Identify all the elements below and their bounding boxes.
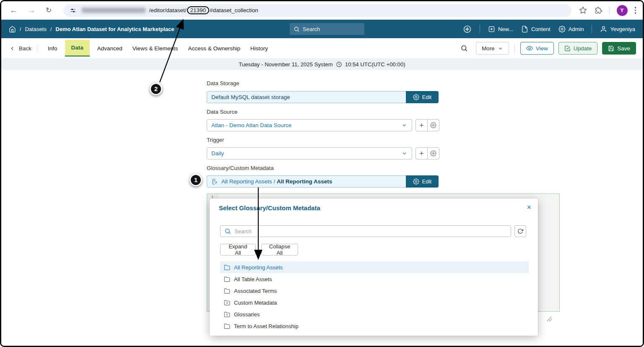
back-label: Back	[19, 45, 31, 52]
tree-item-all-reporting-assets[interactable]: All Reporting Assets	[220, 261, 529, 273]
gear-icon	[413, 94, 419, 100]
extensions-icon[interactable]	[594, 6, 602, 14]
folder-icon	[224, 288, 230, 294]
new-menu-button[interactable]: New...	[488, 26, 513, 33]
global-search-input[interactable]	[303, 26, 353, 32]
content-icon	[521, 26, 528, 33]
back-button[interactable]: Back	[10, 45, 31, 52]
folder-icon	[224, 276, 230, 282]
modal-title: Select Glossary/Custom Metadata	[219, 204, 320, 211]
tree-item-glossaries[interactable]: Glossaries	[220, 308, 529, 320]
trigger-add-button[interactable]	[415, 147, 428, 159]
tab-data[interactable]: Data	[65, 40, 90, 57]
user-menu-button[interactable]: Yevgeniya	[600, 26, 635, 33]
expand-all-button[interactable]: Expand All	[220, 244, 256, 256]
toolbar-divider	[37, 44, 37, 52]
breadcrumb-datasets-link[interactable]: Datasets	[25, 26, 47, 32]
tab-access-ownership[interactable]: Access & Ownership	[183, 40, 245, 57]
global-search[interactable]	[290, 23, 364, 35]
refresh-button[interactable]	[514, 225, 526, 237]
new-menu-label: New...	[498, 26, 513, 32]
whats-new-icon[interactable]	[463, 25, 472, 34]
site-info-icon[interactable]	[69, 7, 77, 14]
data-storage-value: Default MySQL dataset storage	[211, 94, 290, 100]
tree-item-label: Custom Metadata	[234, 300, 277, 306]
modal-search[interactable]	[220, 225, 511, 237]
chevron-down-icon	[498, 46, 503, 51]
browser-chrome: ← → ↻ /editor/dataset/21390#dataset_coll…	[1, 1, 643, 20]
system-datetime-bar: Tuesday - November 11, 2025 System 10:54…	[1, 58, 643, 70]
data-source-add-button[interactable]	[415, 119, 428, 131]
update-label: Update	[574, 45, 592, 52]
tree-item-label: Associated Terms	[234, 288, 277, 294]
glossary-field[interactable]: All Reporting Assets / All Reporting Ass…	[207, 175, 406, 188]
tree-item-label: Term to Asset Relationship	[234, 323, 299, 329]
tab-advanced[interactable]: Advanced	[92, 40, 127, 57]
system-date: Tuesday - November 11, 2025 System	[239, 61, 332, 68]
content-menu-button[interactable]: Content	[521, 26, 551, 33]
update-button[interactable]: Update	[558, 42, 598, 55]
chevron-down-icon	[401, 150, 408, 157]
glossary-label: Glossary/Custom Metadata	[207, 165, 274, 171]
data-storage-field: Default MySQL dataset storage	[207, 91, 406, 103]
view-label: View	[536, 45, 548, 52]
glossary-link-path: All Reporting Assets /	[221, 178, 277, 185]
tab-views-elements[interactable]: Views & Elements	[127, 40, 183, 57]
editor-tabs: Info Data Advanced Views & Elements Acce…	[43, 40, 273, 57]
search-icon	[224, 228, 231, 235]
trigger-label: Trigger	[207, 137, 224, 143]
home-icon[interactable]	[9, 26, 16, 33]
edit-label: Edit	[422, 94, 431, 100]
resize-handle[interactable]	[546, 316, 553, 322]
data-storage-edit-button[interactable]: Edit	[406, 91, 439, 103]
edit-label: Edit	[422, 178, 431, 185]
blurred-domain	[82, 8, 145, 13]
header-divider	[592, 25, 592, 33]
folder-icon	[224, 264, 230, 271]
tree-item-associated-terms[interactable]: Associated Terms	[220, 285, 529, 297]
browser-refresh-icon[interactable]: ↻	[46, 7, 52, 14]
tree-item-term-to-asset-relationship[interactable]: Term to Asset Relationship	[220, 320, 529, 332]
tree-item-label: All Table Assets	[234, 276, 272, 282]
tree-item-all-table-assets[interactable]: All Table Assets	[220, 273, 529, 285]
bookmark-star-icon[interactable]	[579, 6, 587, 14]
tree-item-label: Glossaries	[234, 311, 260, 318]
data-source-select[interactable]: Atlan - Demo Atlan Data Source	[207, 119, 412, 131]
admin-menu-button[interactable]: Admin	[558, 26, 584, 33]
browser-menu-icon[interactable]	[635, 7, 636, 14]
app-header: / Datasets / Demo Atlan Dataset for Anal…	[1, 20, 643, 38]
plus-icon	[418, 122, 425, 128]
breadcrumb-separator: /	[50, 26, 52, 32]
breadcrumb: / Datasets / Demo Atlan Dataset for Anal…	[9, 26, 174, 33]
gear-icon	[413, 178, 419, 185]
tree-item-custom-metadata[interactable]: Custom Metadata	[220, 297, 529, 308]
search-icon[interactable]	[460, 44, 468, 52]
chevron-left-icon	[10, 46, 15, 51]
system-time: 10:54 UTC(UTC +00:00)	[345, 61, 405, 68]
glossary-edit-button[interactable]: Edit	[406, 175, 439, 188]
eye-icon	[526, 45, 533, 52]
browser-forward-icon[interactable]: →	[28, 6, 36, 14]
refresh-icon	[517, 228, 523, 234]
data-source-settings-button[interactable]	[427, 119, 439, 131]
view-button[interactable]: View	[520, 42, 554, 55]
browser-back-icon[interactable]: ←	[10, 6, 18, 14]
trigger-select[interactable]: Daily	[207, 147, 412, 159]
data-source-label: Data Source	[207, 109, 237, 115]
close-icon[interactable]: ×	[527, 204, 531, 211]
tree-item-label: All Reporting Assets	[234, 264, 283, 271]
tab-history[interactable]: History	[245, 40, 273, 57]
modal-search-input[interactable]	[234, 228, 486, 235]
editor-toolbar: Back Info Data Advanced Views & Elements…	[1, 38, 643, 58]
browser-profile-avatar[interactable]: Y	[617, 5, 628, 16]
tab-info[interactable]: Info	[43, 40, 62, 57]
more-button[interactable]: More	[476, 42, 509, 55]
address-bar[interactable]: /editor/dataset/21390#dataset_collection	[63, 4, 571, 17]
search-icon	[293, 26, 300, 32]
glossary-tree: All Reporting Assets All Table Assets As…	[220, 261, 529, 332]
check-square-icon	[564, 45, 571, 52]
trigger-settings-button[interactable]	[427, 147, 439, 159]
collapse-all-button[interactable]: Collapse All	[261, 244, 298, 256]
save-button[interactable]: Save	[602, 42, 636, 55]
glossary-link[interactable]: All Reporting Assets / All Reporting Ass…	[221, 178, 332, 185]
